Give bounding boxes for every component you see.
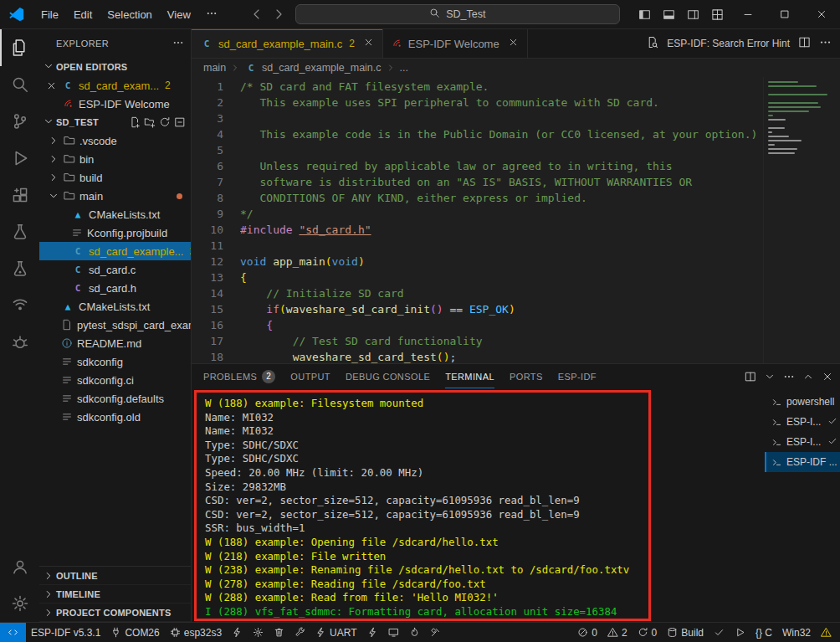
statusbar-item-uart[interactable]: UART [310, 623, 361, 642]
activity-item-search[interactable] [0, 66, 39, 103]
statusbar-item[interactable] [0, 623, 26, 642]
tree-item[interactable]: sdkconfig.ci [39, 371, 191, 389]
breadcrumb-item[interactable]: ... [400, 62, 408, 74]
statusbar-item-esp32s3[interactable]: esp32s3 [165, 623, 227, 642]
code-line[interactable] [240, 110, 763, 126]
menu-selection[interactable]: Selection [100, 5, 159, 24]
more-actions-icon[interactable] [819, 36, 832, 51]
statusbar-item-com26[interactable]: COM26 [105, 623, 164, 642]
editor-tab[interactable]: ESP-IDF Welcome [383, 29, 528, 58]
statusbar-item-0[interactable]: 0 [572, 623, 602, 642]
code-line[interactable]: This example code is in the Public Domai… [240, 126, 763, 142]
code-line[interactable]: // Test SD card functionality [240, 333, 763, 349]
activity-item-esp-idf-explorer[interactable] [0, 250, 39, 287]
tree-item[interactable]: ▲CMakeLists.txt [39, 205, 191, 223]
statusbar-item[interactable] [248, 623, 269, 642]
close-icon[interactable] [363, 37, 374, 50]
code-line[interactable]: // Initialize SD card [240, 285, 763, 301]
newfile-icon[interactable] [129, 116, 141, 128]
menu-edit[interactable]: Edit [66, 5, 100, 24]
maximize-panel-icon[interactable] [802, 371, 814, 383]
code-line[interactable]: #include "sd_card.h" [240, 222, 763, 238]
tree-item[interactable]: Csd_card.h [39, 279, 191, 297]
tree-item[interactable]: build [39, 168, 191, 187]
tree-item[interactable]: README.md [39, 334, 191, 352]
refresh-icon[interactable] [159, 116, 171, 128]
close-panel-icon[interactable] [822, 371, 833, 383]
code-line[interactable]: CONDITIONS OF ANY KIND, either express o… [240, 190, 763, 206]
code-line[interactable]: if(waveshare_sd_card_init() == ESP_OK) [240, 301, 763, 317]
tree-item[interactable]: Csd_card.c [39, 260, 191, 279]
terminal-instance[interactable]: ESP-IDF ... [765, 452, 840, 472]
esp-idf-hint-label[interactable]: ESP-IDF: Search Error Hint [667, 38, 790, 49]
panel-layout-icon[interactable] [745, 371, 756, 383]
code-line[interactable]: { [240, 317, 763, 333]
command-center-search[interactable]: SD_Test [295, 4, 620, 24]
section-timeline[interactable]: TIMELINE [39, 585, 191, 603]
tree-item[interactable]: .vscode [39, 131, 191, 150]
panel-tab-terminal[interactable]: TERMINAL [445, 364, 494, 388]
code-content[interactable]: /* SD card and FAT filesystem example. T… [240, 77, 763, 363]
statusbar-item[interactable] [269, 623, 289, 642]
statusbar-item[interactable] [289, 623, 310, 642]
close-icon[interactable] [508, 37, 519, 50]
panel-tab-ports[interactable]: PORTS [510, 364, 543, 388]
toggle-sidebar-icon[interactable] [633, 0, 657, 28]
back-arrow-icon[interactable] [250, 8, 264, 21]
menu-view[interactable]: View [160, 5, 198, 24]
maximize-button[interactable] [766, 0, 803, 28]
statusbar-item[interactable] [709, 623, 730, 642]
sidebar-more-actions[interactable] [172, 37, 184, 50]
menu-more[interactable] [198, 4, 225, 25]
newfolder-icon[interactable] [144, 116, 156, 128]
terminal-instance[interactable]: ESP-I... [765, 432, 840, 452]
tree-item[interactable]: sdkconfig [39, 352, 191, 371]
section-outline[interactable]: OUTLINE [39, 567, 191, 585]
statusbar-item-build[interactable]: Build [662, 623, 709, 642]
activity-item-testing[interactable] [0, 213, 39, 250]
minimize-button[interactable] [730, 0, 766, 28]
customize-layout-icon[interactable] [705, 0, 730, 28]
split-editor-icon[interactable] [798, 36, 811, 51]
tree-item[interactable]: sdkconfig.old [39, 408, 191, 426]
activity-item-esp-components[interactable] [0, 287, 39, 324]
terminal-instance[interactable]: powershell [765, 392, 840, 412]
code-line[interactable]: { [240, 270, 763, 285]
activity-item-run-and-debug[interactable] [0, 140, 39, 177]
breadcrumb-item[interactable]: sd_card_example_main.c [262, 62, 381, 74]
collapse-icon[interactable] [174, 116, 186, 128]
section-project-components[interactable]: PROJECT COMPONENTS [39, 603, 191, 622]
statusbar-item[interactable] [362, 623, 383, 642]
statusbar-item-win32[interactable]: Win32 [777, 623, 816, 642]
panel-tab-output[interactable]: OUTPUT [290, 364, 330, 388]
forward-arrow-icon[interactable] [272, 8, 285, 21]
tree-item[interactable]: sdkconfig.defaults [39, 389, 191, 408]
panel-tab-esp-idf[interactable]: ESP-IDF [558, 364, 597, 388]
statusbar-item--c[interactable]: {} C [750, 623, 777, 642]
code-line[interactable]: waveshare_sd_card_test(); [240, 349, 763, 363]
code-line[interactable]: Unless required by applicable law or agr… [240, 158, 763, 174]
tree-item[interactable]: main [39, 187, 191, 205]
code-line[interactable]: This example uses SPI peripheral to comm… [240, 95, 763, 110]
code-line[interactable]: software is distributed on an "AS IS" BA… [240, 174, 763, 190]
activity-item-extensions[interactable] [0, 177, 39, 213]
code-line[interactable]: */ [240, 206, 763, 222]
breadcrumb-item[interactable]: main [203, 62, 226, 74]
statusbar-item[interactable] [425, 623, 446, 642]
tree-item[interactable]: bin [39, 150, 191, 168]
open-editor-item[interactable]: ESP-IDF Welcome [39, 95, 191, 113]
code-line[interactable] [240, 238, 763, 254]
minimap[interactable] [763, 77, 840, 363]
code-line[interactable]: /* SD card and FAT filesystem example. [240, 79, 763, 95]
statusbar-item-0[interactable]: 0 [633, 623, 663, 642]
close-window-button[interactable] [803, 0, 840, 28]
activity-item-accounts[interactable] [0, 548, 39, 585]
tree-item[interactable]: Csd_card_example...2 [39, 242, 191, 260]
more-actions-icon[interactable] [783, 371, 795, 383]
activity-item-explorer[interactable] [0, 29, 39, 66]
chevron-down-icon[interactable] [764, 371, 776, 383]
toggle-panel-icon[interactable] [657, 0, 681, 28]
terminal-instance[interactable]: ESP-I... [765, 412, 840, 432]
tree-item[interactable]: ▲CMakeLists.txt [39, 297, 191, 316]
activity-item-manage[interactable] [0, 585, 39, 622]
